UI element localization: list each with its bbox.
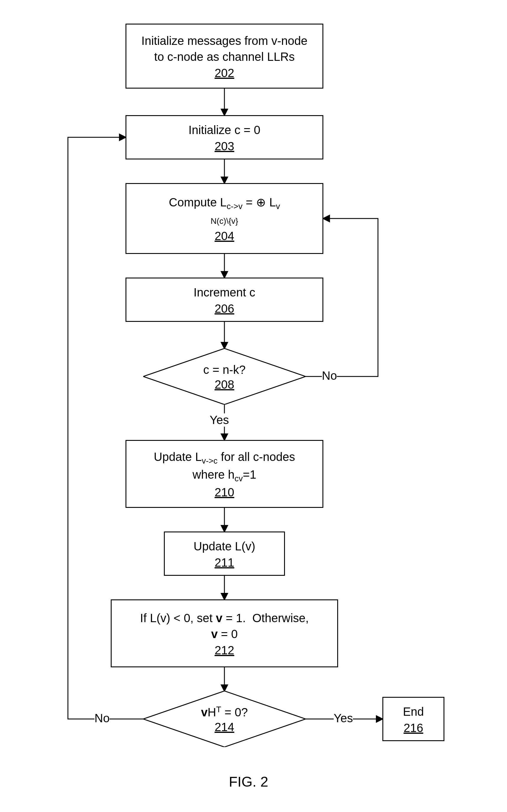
node-202-ref: 202 <box>215 66 234 80</box>
node-212-text: If L(v) < 0, set v = 1. Otherwise,v = 0 <box>140 610 308 642</box>
node-204: Compute Lc->v = ⊕ LvN(c)\{v} 204 <box>125 183 323 254</box>
node-214-text: vHT = 0? <box>201 704 248 720</box>
node-208: c = n-k? 208 <box>143 348 305 405</box>
node-211-ref: 211 <box>215 556 234 569</box>
node-216-text: End <box>403 704 424 719</box>
edge-214-no-label: No <box>95 712 110 725</box>
node-210: Update Lv->c for all c-nodeswhere hcv=1 … <box>125 440 323 508</box>
node-206-text: Increment c <box>194 284 256 300</box>
node-211: Update L(v) 211 <box>164 531 285 576</box>
node-210-text: Update Lv->c for all c-nodeswhere hcv=1 <box>154 449 295 484</box>
node-211-text: Update L(v) <box>194 538 256 554</box>
node-204-ref: 204 <box>215 229 234 243</box>
node-202-text: Initialize messages from v-nodeto c-node… <box>142 33 307 65</box>
node-208-text: c = n-k? <box>203 362 245 378</box>
edge-214-yes-label: Yes <box>334 712 353 725</box>
edge-208-yes-label: Yes <box>210 413 229 427</box>
node-208-ref: 208 <box>215 378 234 391</box>
node-216-ref: 216 <box>404 721 424 735</box>
node-202: Initialize messages from v-nodeto c-node… <box>125 23 323 89</box>
edge-208-no-label: No <box>322 369 337 383</box>
flowchart-canvas: Initialize messages from v-nodeto c-node… <box>0 0 507 812</box>
node-212: If L(v) < 0, set v = 1. Otherwise,v = 0 … <box>111 599 338 667</box>
node-214-ref: 214 <box>215 720 234 734</box>
node-214: vHT = 0? 214 <box>143 691 305 747</box>
node-216: End 216 <box>382 697 444 741</box>
node-212-ref: 212 <box>215 644 234 657</box>
node-206: Increment c 206 <box>125 278 323 322</box>
node-210-ref: 210 <box>215 486 234 499</box>
node-203-ref: 203 <box>215 140 234 153</box>
node-206-ref: 206 <box>215 302 234 315</box>
figure-label: FIG. 2 <box>229 774 268 790</box>
node-203: Initialize c = 0 203 <box>125 115 323 160</box>
node-204-text: Compute Lc->v = ⊕ LvN(c)\{v} <box>169 194 280 228</box>
node-203-text: Initialize c = 0 <box>188 122 260 138</box>
